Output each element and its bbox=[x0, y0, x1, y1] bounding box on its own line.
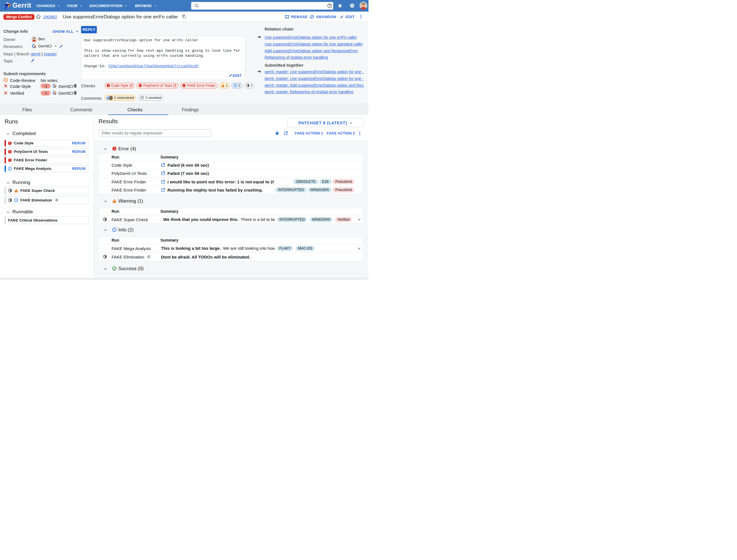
svg-text:?: ? bbox=[329, 4, 331, 7]
